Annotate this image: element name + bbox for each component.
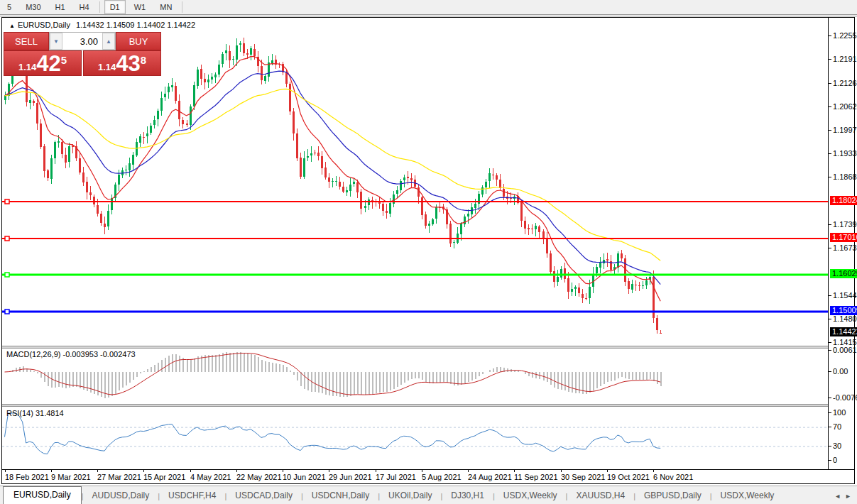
time-axis-tick — [5, 470, 6, 472]
chart-tab-eurusd-daily[interactable]: EURUSD,Daily — [3, 486, 82, 504]
timeframe-button-w1[interactable]: W1 — [129, 0, 152, 14]
timeframe-button-h1[interactable]: H1 — [50, 0, 71, 14]
volume-decrease-icon[interactable]: ▼ — [50, 33, 62, 50]
rsi-line — [5, 413, 661, 454]
price-axis-tick: 1.18685 — [829, 172, 857, 181]
chart-tab-bar: EURUSD,Daily|AUDUSD,Daily|USDCHF,H4|USDC… — [0, 486, 857, 504]
date-label: 5 Aug 2021 — [422, 473, 462, 481]
time-axis-tick — [236, 470, 237, 472]
chart-window: ▲EURUSD,Daily1.14432 1.14509 1.14402 1.1… — [1, 17, 855, 484]
rsi-scale-label: 70 — [829, 422, 841, 431]
rsi-panel-svg[interactable] — [2, 407, 828, 469]
chart-tab-gbpusd-daily[interactable]: GBPUSD,Daily — [635, 488, 710, 504]
toolbar-group-divider — [182, 1, 182, 13]
rsi-panel-splitter[interactable] — [2, 404, 854, 407]
date-label: 24 Aug 2021 — [468, 473, 512, 481]
volume-input[interactable] — [62, 33, 102, 50]
tab-scroll-arrows: ◄► — [834, 493, 857, 504]
price-axis-tick: 1.21910 — [829, 55, 857, 63]
resistance-1-price-label: 1.18024 — [830, 196, 857, 205]
rsi-indicator-label: RSI(14) 31.4814 — [6, 409, 64, 417]
mt4-window: 5M30H1H4D1W1MN ▲EURUSD,Daily1.14432 1.14… — [0, 0, 857, 504]
volume-increase-icon[interactable]: ▲ — [102, 33, 115, 50]
time-axis-tick — [190, 470, 191, 472]
time-axis-tick — [468, 470, 469, 472]
tab-scroll-right-icon[interactable]: ► — [845, 493, 851, 500]
buy-button[interactable]: BUY — [116, 32, 161, 50]
time-axis-tick — [51, 470, 52, 472]
time-axis-tick — [607, 470, 608, 472]
price-axis-tick: 1.17395 — [829, 220, 857, 229]
chart-tab-xauusd-h4[interactable]: XAUUSD,H4 — [567, 488, 633, 504]
support-blue-anchor[interactable] — [5, 309, 9, 314]
timeframe-button-mn[interactable]: MN — [154, 0, 178, 14]
time-axis-tick — [283, 470, 283, 472]
timeframe-button-m30[interactable]: M30 — [20, 0, 46, 14]
chart-tab-usdchf-h4[interactable]: USDCHF,H4 — [160, 488, 224, 504]
ma-medium-line — [5, 71, 661, 285]
price-axis-tick: 1.21265 — [829, 79, 857, 87]
buy-price-prefix: 1.14 — [98, 62, 116, 72]
macd-scale-label: 0.00 — [829, 367, 848, 376]
one-click-trading-widget: SELL ▼ ▲ BUY 1.14 42 5 1.14 43 8 — [4, 32, 161, 76]
chart-tab-usdcnh-daily[interactable]: USDCNH,Daily — [303, 488, 378, 504]
rsi-scale-label: 100 — [829, 408, 846, 417]
date-label: 10 Jun 2021 — [283, 473, 326, 481]
rsi-scale-label: 0 — [829, 456, 837, 464]
time-axis[interactable]: 18 Feb 20219 Mar 202127 Mar 202115 Apr 2… — [2, 469, 854, 483]
chart-tab-usdx-weekly[interactable]: USDX,Weekly — [495, 488, 566, 504]
buy-price-sup: 8 — [141, 54, 146, 66]
date-label: 30 Sep 2021 — [561, 473, 605, 481]
macd-panel-splitter[interactable] — [2, 346, 854, 349]
price-axis-tick: 1.16735 — [829, 243, 857, 252]
ma-slow-line — [5, 89, 661, 261]
macd-scale-label: 0.006193 — [829, 346, 857, 354]
buy-price-panel[interactable]: 1.14 43 8 — [83, 50, 161, 76]
date-label: 22 May 2021 — [236, 473, 282, 481]
resistance-2-price-label: 1.17010 — [830, 233, 857, 242]
price-axis[interactable]: 1.225551.219101.212651.206201.199751.193… — [828, 18, 854, 469]
toolbar-group-divider — [99, 1, 100, 13]
chart-tab-usdx-weekly[interactable]: USDX,Weekly — [712, 488, 783, 504]
date-label: 11 Sep 2021 — [514, 473, 558, 481]
sell-button[interactable]: SELL — [4, 32, 49, 50]
tab-scroll-left-icon[interactable]: ◄ — [834, 493, 841, 500]
support-green-anchor[interactable] — [5, 273, 9, 277]
price-axis-tick: 1.14800 — [829, 314, 857, 323]
timeframe-toolbar: 5M30H1H4D1W1MN — [0, 0, 857, 14]
price-axis-tick: 1.19975 — [829, 126, 857, 134]
timeframe-button-h4[interactable]: H4 — [74, 0, 95, 14]
chart-tab-audusd-daily[interactable]: AUDUSD,Daily — [84, 488, 158, 504]
date-label: 6 Nov 2021 — [653, 473, 693, 481]
price-axis-tick: 1.20620 — [829, 102, 857, 111]
time-axis-tick — [97, 470, 98, 472]
chart-tab-dj30-h1[interactable]: DJ30,H1 — [442, 488, 493, 504]
current-price-label: 1.14422 — [830, 327, 857, 336]
sell-price-big: 42 — [36, 53, 60, 75]
resistance-1-anchor[interactable] — [5, 199, 9, 204]
collapse-icon[interactable]: ▲ — [9, 23, 15, 29]
candles-group — [4, 38, 662, 334]
sell-price-prefix: 1.14 — [18, 62, 36, 72]
time-axis-tick — [329, 470, 329, 472]
time-axis-tick — [422, 470, 422, 472]
timeframe-button-5[interactable]: 5 — [1, 0, 17, 14]
chart-tab-ukoil-daily[interactable]: UKOil,Daily — [380, 488, 440, 504]
price-axis-tick: 1.22555 — [829, 31, 857, 40]
time-axis-tick — [514, 470, 515, 472]
timeframe-button-d1[interactable]: D1 — [104, 0, 126, 14]
rsi-scale-label: 30 — [829, 442, 841, 450]
date-label: 27 Mar 2021 — [97, 473, 141, 481]
volume-spinner: ▼ ▲ — [49, 32, 116, 50]
chart-tab-usdcad-daily[interactable]: USDCAD,Daily — [226, 488, 301, 504]
sell-price-sup: 5 — [61, 54, 67, 66]
macd-indicator-label: MACD(12,26,9) -0.003953 -0.002473 — [6, 350, 136, 358]
sell-price-panel[interactable]: 1.14 42 5 — [4, 50, 82, 76]
chart-ohlc-values: 1.14432 1.14509 1.14402 1.14422 — [76, 21, 195, 29]
price-axis-tick: 1.15445 — [829, 291, 857, 300]
price-axis-tick: 1.19330 — [829, 149, 857, 158]
resistance-2-anchor[interactable] — [5, 236, 9, 241]
time-axis-tick — [653, 470, 654, 472]
buy-price-big: 43 — [116, 53, 140, 75]
macd-scale-label: -0.007621 — [829, 393, 857, 402]
